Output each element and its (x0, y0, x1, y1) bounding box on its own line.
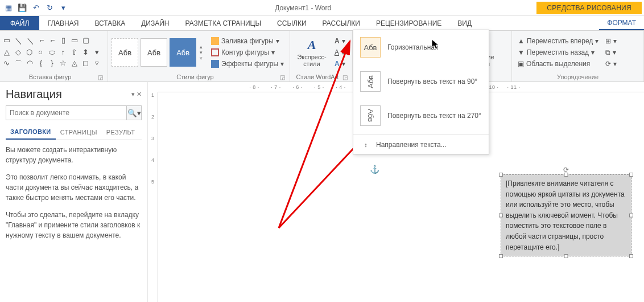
tab-format[interactable]: ФОРМАТ (599, 16, 644, 30)
redo-icon[interactable]: ↻ (43, 2, 56, 14)
ribbon: ▭＼＼⌐⌐▯▭▢ △◇⬡○⬭↑⇧⬍▾ ∿⌒◠{}☆◬◻▿ Вставка фиг… (0, 31, 644, 82)
selection-pane-button[interactable]: ▣Область выделения (515, 59, 601, 69)
tab-insert[interactable]: ВСТАВКА (86, 16, 133, 30)
text-effects-button[interactable]: A▾ (332, 59, 348, 69)
tab-home[interactable]: ГЛАВНАЯ (39, 16, 86, 30)
group-label-shape-styles: Стили фигур (112, 72, 279, 80)
nav-paragraph: Чтобы это сделать, перейдите на вкладку … (6, 210, 142, 240)
resize-handle[interactable] (629, 173, 633, 177)
text-fill-button[interactable]: A▾ (332, 36, 348, 46)
navigation-title: Навигация (6, 88, 62, 101)
resize-handle[interactable] (564, 254, 568, 258)
group-button[interactable]: ⧉▾ (603, 47, 619, 58)
anchor-icon: ⚓ (370, 165, 379, 174)
shapes-gallery[interactable]: ▭＼＼⌐⌐▯▭▢ △◇⬡○⬭↑⇧⬍▾ ∿⌒◠{}☆◬◻▿ (3, 36, 100, 69)
group-insert-shapes: ▭＼＼⌐⌐▯▭▢ △◇⬡○⬭↑⇧⬍▾ ∿⌒◠{}☆◬◻▿ Вставка фиг… (0, 31, 108, 81)
resize-handle[interactable] (564, 173, 568, 177)
bring-forward-button[interactable]: ▲Переместить вперед ▾ (515, 36, 601, 46)
tab-spacer (480, 16, 599, 30)
resize-handle[interactable] (629, 254, 633, 258)
save-icon[interactable]: 💾 (16, 2, 28, 14)
pen-icon (211, 48, 219, 56)
letter-a-icon: A (308, 38, 316, 52)
navtab-results[interactable]: РЕЗУЛЬТ (102, 125, 139, 140)
align-icon: ⊞ (605, 37, 611, 45)
shape-outline-button[interactable]: Контур фигуры ▾ (209, 47, 286, 58)
send-backward-icon: ▼ (518, 48, 525, 56)
navtab-pages[interactable]: СТРАНИЦЫ (56, 125, 102, 140)
shape-style-preset[interactable]: Абв (170, 38, 196, 67)
tab-references[interactable]: ССЫЛКИ (269, 16, 314, 30)
tab-mailings[interactable]: РАССЫЛКИ (315, 16, 368, 30)
tab-design[interactable]: ДИЗАЙН (133, 16, 177, 30)
tab-pagelayout[interactable]: РАЗМЕТКА СТРАНИЦЫ (177, 16, 270, 30)
document-title: Документ1 - Word (69, 4, 536, 12)
align-button[interactable]: ⊞▾ (603, 36, 619, 46)
dialog-launcher-icon[interactable]: ◲ (279, 74, 286, 80)
dd-horizontal[interactable]: Абв Горизонтальная (353, 30, 489, 64)
search-icon: 🔍 (127, 109, 137, 117)
nav-tabs: ЗАГОЛОВКИ СТРАНИЦЫ РЕЗУЛЬТ (6, 125, 142, 140)
group-arrange: ▲Переместить вперед ▾ ▼Переместить назад… (512, 31, 644, 81)
tab-view[interactable]: ВИД (449, 16, 480, 30)
direction-270-icon: Абв (360, 105, 381, 126)
nav-body: Вы можете создать интерактивную структур… (6, 145, 142, 247)
text-direction-dropdown: Абв Горизонтальная Абв Повернуть весь те… (353, 30, 489, 154)
send-backward-button[interactable]: ▼Переместить назад ▾ (515, 47, 601, 58)
effects-icon (211, 60, 219, 68)
undo-icon[interactable]: ↶ (30, 2, 42, 14)
text-outline-button[interactable]: A▾ (332, 47, 348, 58)
navigation-pane: Навигация ▾ ✕ 🔍▾ ЗАГОЛОВКИ СТРАНИЦЫ РЕЗУ… (0, 82, 148, 302)
quick-access-toolbar: ▦ 💾 ↶ ↻ ▾ (2, 2, 69, 14)
resize-handle[interactable] (499, 254, 503, 258)
tab-review[interactable]: РЕЦЕНЗИРОВАНИЕ (368, 16, 449, 30)
ribbon-tabs: ФАЙЛ ГЛАВНАЯ ВСТАВКА ДИЗАЙН РАЗМЕТКА СТР… (0, 16, 644, 31)
shape-effects-button[interactable]: Эффекты фигуры ▾ (209, 59, 286, 69)
shape-fill-button[interactable]: Заливка фигуры ▾ (209, 36, 286, 46)
vertical-ruler: 12345 (148, 92, 158, 302)
group-label-arrange: Упорядочение (515, 72, 640, 80)
resize-handle[interactable] (499, 173, 503, 177)
dd-more-directions[interactable]: ↕ Направления текста... (353, 136, 489, 154)
contextual-tab-label: СРЕДСТВА РИСОВАНИЯ (536, 2, 642, 14)
shape-style-preset[interactable]: Абв (112, 38, 138, 67)
nav-paragraph: Это позволит легко понимать, в какой час… (6, 172, 142, 203)
bring-forward-icon: ▲ (518, 37, 525, 45)
search-button[interactable]: 🔍▾ (126, 106, 141, 120)
text-box[interactable]: ⟳ [Привлеките внимание читателя с помощь… (501, 174, 631, 256)
dd-rotate90[interactable]: Абв Повернуть весь текст на 90° (353, 64, 489, 99)
search-input[interactable] (6, 106, 126, 120)
tab-file[interactable]: ФАЙЛ (0, 16, 39, 30)
title-bar: ▦ 💾 ↶ ↻ ▾ Документ1 - Word СРЕДСТВА РИСО… (0, 0, 644, 16)
bucket-icon (211, 37, 219, 45)
textbox-content: [Привлеките внимание читателя с помощью … (506, 179, 625, 251)
navpane-tools[interactable]: ▾ ✕ (131, 91, 142, 98)
dd-rotate270[interactable]: Абв Повернуть весь текст на 270° (353, 99, 489, 133)
text-direction-icon: ↕ (360, 139, 371, 150)
dialog-launcher-icon[interactable]: ◲ (97, 74, 104, 80)
dropdown-separator (353, 134, 489, 134)
group-shape-styles: Абв Абв Абв ▴▾▿ Заливка фигуры ▾ Контур … (108, 31, 290, 81)
nav-paragraph: Вы можете создать интерактивную структур… (6, 145, 142, 165)
cursor-icon (431, 39, 440, 50)
rotate-button[interactable]: ⟳▾ (603, 59, 619, 69)
group-wordart-styles: A Экспресс- стили A▾ A▾ A▾ Стили WordArt… (290, 31, 353, 81)
qat-more-icon[interactable]: ▾ (57, 2, 69, 14)
direction-90-icon: Абв (360, 71, 381, 92)
group-label-insert-shapes: Вставка фигур (3, 72, 97, 80)
search-box: 🔍▾ (6, 105, 142, 120)
shape-style-preset[interactable]: Абв (141, 38, 167, 67)
dialog-launcher-icon[interactable]: ◲ (341, 74, 349, 80)
content-area: Навигация ▾ ✕ 🔍▾ ЗАГОЛОВКИ СТРАНИЦЫ РЕЗУ… (0, 82, 644, 302)
word-logo-icon[interactable]: ▦ (2, 2, 15, 14)
navtab-headings[interactable]: ЗАГОЛОВКИ (6, 125, 56, 140)
selection-pane-icon: ▣ (518, 60, 524, 68)
resize-handle[interactable] (499, 214, 503, 218)
gallery-more-icon[interactable]: ▴▾▿ (199, 44, 207, 61)
resize-handle[interactable] (629, 214, 633, 218)
group-label-wordart: Стили WordArt (294, 72, 341, 80)
group-icon: ⧉ (605, 48, 610, 56)
direction-horizontal-icon: Абв (360, 37, 381, 58)
express-styles-button[interactable]: A Экспресс- стили (294, 32, 330, 72)
rotate-icon: ⟳ (605, 60, 611, 68)
